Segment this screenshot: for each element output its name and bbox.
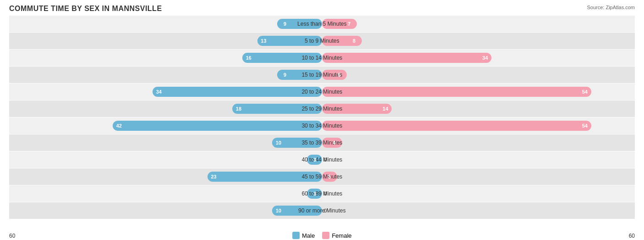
chart-row: 25 to 29 Minutes1814: [9, 100, 635, 117]
male-bar: [207, 172, 322, 182]
male-value: 10: [276, 208, 281, 213]
axis-label-left: 60: [9, 233, 15, 239]
female-value: 0: [324, 157, 327, 162]
male-value: 3: [313, 157, 316, 162]
chart-row: 90 or more Minutes100: [9, 202, 635, 219]
chart-row: 60 to 89 Minutes30: [9, 185, 635, 202]
female-value: 3: [328, 174, 331, 179]
female-bar: [322, 19, 357, 29]
female-value: 7: [348, 21, 350, 27]
chart-row: 30 to 34 Minutes4254: [9, 117, 635, 134]
chart-container: COMMUTE TIME BY SEX IN MANNSVILLE Source…: [0, 0, 644, 240]
male-bar: [257, 36, 322, 46]
axis-label-right: 60: [629, 233, 635, 239]
chart-row: 40 to 44 Minutes30: [9, 151, 635, 168]
male-bar: [113, 121, 322, 131]
female-value: 8: [353, 38, 355, 44]
female-bar: [322, 36, 362, 46]
chart-row: Less than 5 Minutes97: [9, 16, 635, 32]
male-value: 10: [276, 140, 281, 145]
male-bar: [153, 87, 322, 97]
male-value: 18: [236, 106, 241, 112]
male-value: 9: [284, 72, 286, 78]
chart-row: 20 to 24 Minutes3454: [9, 84, 635, 100]
female-value: 0: [324, 191, 327, 196]
chart-row: 35 to 39 Minutes104: [9, 134, 635, 151]
male-value: 9: [284, 21, 286, 27]
female-value: 0: [324, 208, 327, 213]
male-bar: [232, 104, 322, 114]
male-legend-box: [292, 232, 300, 239]
female-bar: [322, 87, 591, 97]
female-bar: [322, 138, 342, 148]
female-bar: [322, 70, 347, 80]
male-value: 42: [116, 123, 122, 128]
female-legend-label: Female: [332, 232, 351, 239]
male-value: 23: [211, 174, 216, 179]
female-value: 4: [333, 140, 336, 145]
male-value: 13: [261, 38, 266, 44]
legend: Male Female: [292, 232, 352, 239]
female-bar: [322, 104, 392, 114]
legend-female: Female: [322, 232, 351, 239]
male-value: 3: [313, 191, 316, 196]
chart-row: 15 to 19 Minutes95: [9, 67, 635, 83]
male-value: 34: [156, 89, 162, 95]
chart-title: COMMUTE TIME BY SEX IN MANNSVILLE: [9, 5, 635, 13]
female-bar: [322, 53, 491, 63]
male-value: 16: [246, 55, 251, 61]
source-text: Source: ZipAtlas.com: [587, 5, 635, 10]
chart-area: Less than 5 Minutes975 to 9 Minutes13810…: [9, 16, 635, 207]
female-value: 5: [338, 72, 340, 78]
chart-row: 10 to 14 Minutes1634: [9, 50, 635, 66]
female-legend-box: [322, 232, 329, 239]
chart-row: 5 to 9 Minutes138: [9, 33, 635, 49]
female-value: 54: [582, 123, 588, 128]
female-bar: [322, 121, 591, 131]
chart-row: 45 to 59 Minutes233: [9, 168, 635, 185]
male-legend-label: Male: [302, 232, 315, 239]
legend-male: Male: [292, 232, 315, 239]
female-value: 34: [482, 55, 488, 61]
female-value: 14: [382, 106, 388, 112]
male-bar: [242, 53, 322, 63]
female-value: 54: [582, 89, 588, 95]
